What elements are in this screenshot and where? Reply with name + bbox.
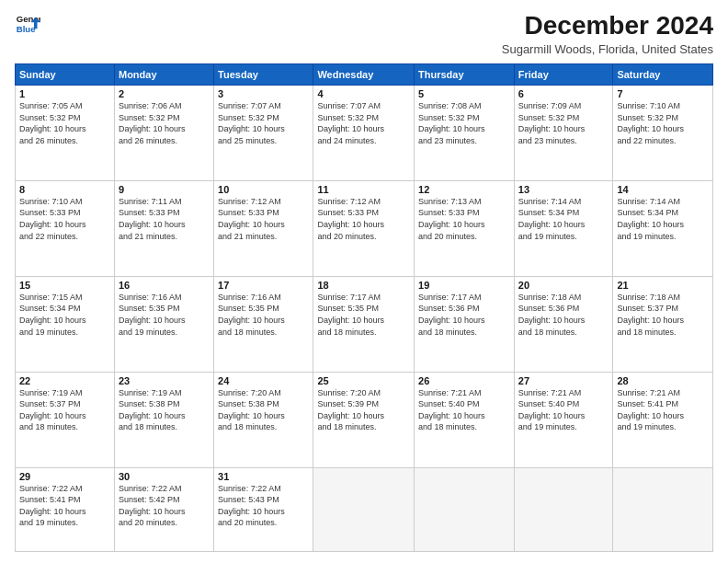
day-detail: Sunrise: 7:16 AMSunset: 5:35 PMDaylight:… <box>218 292 309 338</box>
table-row <box>613 467 713 551</box>
table-row: 5Sunrise: 7:08 AMSunset: 5:32 PMDaylight… <box>415 86 515 181</box>
day-number: 30 <box>119 471 210 482</box>
table-row: 6Sunrise: 7:09 AMSunset: 5:32 PMDaylight… <box>514 86 613 181</box>
day-number: 10 <box>218 184 309 195</box>
col-friday: Friday <box>514 64 613 86</box>
table-row: 26Sunrise: 7:21 AMSunset: 5:40 PMDayligh… <box>415 372 515 467</box>
day-number: 2 <box>119 88 210 99</box>
day-detail: Sunrise: 7:09 AMSunset: 5:32 PMDaylight:… <box>518 100 609 146</box>
day-detail: Sunrise: 7:16 AMSunset: 5:35 PMDaylight:… <box>119 292 210 338</box>
col-monday: Monday <box>114 64 213 86</box>
header: General Blue December 2024 Sugarmill Woo… <box>15 11 713 56</box>
table-row: 30Sunrise: 7:22 AMSunset: 5:42 PMDayligh… <box>114 467 213 551</box>
day-detail: Sunrise: 7:12 AMSunset: 5:33 PMDaylight:… <box>317 196 410 242</box>
day-number: 5 <box>418 88 510 99</box>
day-detail: Sunrise: 7:14 AMSunset: 5:34 PMDaylight:… <box>617 196 709 242</box>
col-thursday: Thursday <box>415 64 515 86</box>
day-number: 3 <box>218 88 309 99</box>
table-row: 22Sunrise: 7:19 AMSunset: 5:37 PMDayligh… <box>16 372 115 467</box>
day-detail: Sunrise: 7:22 AMSunset: 5:42 PMDaylight:… <box>119 483 210 529</box>
month-title: December 2024 <box>502 11 713 40</box>
table-row: 1Sunrise: 7:05 AMSunset: 5:32 PMDaylight… <box>16 86 115 181</box>
header-row: Sunday Monday Tuesday Wednesday Thursday… <box>16 64 713 86</box>
calendar-table: Sunday Monday Tuesday Wednesday Thursday… <box>15 63 713 552</box>
table-row: 23Sunrise: 7:19 AMSunset: 5:38 PMDayligh… <box>114 372 213 467</box>
day-number: 1 <box>19 88 110 99</box>
day-detail: Sunrise: 7:07 AMSunset: 5:32 PMDaylight:… <box>317 100 410 146</box>
svg-text:Blue: Blue <box>17 24 36 34</box>
table-row: 3Sunrise: 7:07 AMSunset: 5:32 PMDaylight… <box>214 86 313 181</box>
table-row: 21Sunrise: 7:18 AMSunset: 5:37 PMDayligh… <box>613 276 713 372</box>
day-number: 12 <box>418 184 510 195</box>
table-row: 10Sunrise: 7:12 AMSunset: 5:33 PMDayligh… <box>214 180 313 276</box>
day-number: 29 <box>19 471 110 482</box>
day-number: 11 <box>317 184 410 195</box>
day-number: 8 <box>19 184 110 195</box>
day-detail: Sunrise: 7:15 AMSunset: 5:34 PMDaylight:… <box>19 292 110 338</box>
table-row: 9Sunrise: 7:11 AMSunset: 5:33 PMDaylight… <box>114 180 213 276</box>
day-detail: Sunrise: 7:14 AMSunset: 5:34 PMDaylight:… <box>518 196 609 242</box>
table-row: 13Sunrise: 7:14 AMSunset: 5:34 PMDayligh… <box>514 180 613 276</box>
day-detail: Sunrise: 7:06 AMSunset: 5:32 PMDaylight:… <box>119 100 210 146</box>
table-row: 31Sunrise: 7:22 AMSunset: 5:43 PMDayligh… <box>214 467 313 551</box>
day-detail: Sunrise: 7:21 AMSunset: 5:40 PMDaylight:… <box>418 387 510 433</box>
table-row: 14Sunrise: 7:14 AMSunset: 5:34 PMDayligh… <box>613 180 713 276</box>
col-saturday: Saturday <box>613 64 713 86</box>
day-number: 16 <box>119 280 210 291</box>
table-row: 25Sunrise: 7:20 AMSunset: 5:39 PMDayligh… <box>313 372 415 467</box>
title-block: December 2024 Sugarmill Woods, Florida, … <box>502 11 713 56</box>
day-detail: Sunrise: 7:22 AMSunset: 5:43 PMDaylight:… <box>218 483 309 529</box>
day-number: 6 <box>518 88 609 99</box>
day-number: 17 <box>218 280 309 291</box>
day-detail: Sunrise: 7:20 AMSunset: 5:39 PMDaylight:… <box>317 387 410 433</box>
day-number: 4 <box>317 88 410 99</box>
table-row <box>313 467 415 551</box>
col-sunday: Sunday <box>16 64 115 86</box>
day-detail: Sunrise: 7:18 AMSunset: 5:37 PMDaylight:… <box>617 292 709 338</box>
table-row: 11Sunrise: 7:12 AMSunset: 5:33 PMDayligh… <box>313 180 415 276</box>
day-number: 25 <box>317 375 410 386</box>
table-row <box>514 467 613 551</box>
day-number: 18 <box>317 280 410 291</box>
table-row: 7Sunrise: 7:10 AMSunset: 5:32 PMDaylight… <box>613 86 713 181</box>
day-number: 23 <box>119 375 210 386</box>
day-number: 28 <box>617 375 709 386</box>
table-row: 2Sunrise: 7:06 AMSunset: 5:32 PMDaylight… <box>114 86 213 181</box>
day-detail: Sunrise: 7:13 AMSunset: 5:33 PMDaylight:… <box>418 196 510 242</box>
day-number: 20 <box>518 280 609 291</box>
day-number: 24 <box>218 375 309 386</box>
day-detail: Sunrise: 7:19 AMSunset: 5:38 PMDaylight:… <box>119 387 210 433</box>
day-number: 27 <box>518 375 609 386</box>
day-number: 19 <box>418 280 510 291</box>
location: Sugarmill Woods, Florida, United States <box>502 42 713 56</box>
day-number: 15 <box>19 280 110 291</box>
day-detail: Sunrise: 7:19 AMSunset: 5:37 PMDaylight:… <box>19 387 110 433</box>
day-detail: Sunrise: 7:17 AMSunset: 5:35 PMDaylight:… <box>317 292 410 338</box>
day-number: 21 <box>617 280 709 291</box>
day-detail: Sunrise: 7:05 AMSunset: 5:32 PMDaylight:… <box>19 100 110 146</box>
day-detail: Sunrise: 7:12 AMSunset: 5:33 PMDaylight:… <box>218 196 309 242</box>
logo-icon: General Blue <box>15 11 40 37</box>
day-detail: Sunrise: 7:20 AMSunset: 5:38 PMDaylight:… <box>218 387 309 433</box>
table-row: 28Sunrise: 7:21 AMSunset: 5:41 PMDayligh… <box>613 372 713 467</box>
day-detail: Sunrise: 7:08 AMSunset: 5:32 PMDaylight:… <box>418 100 510 146</box>
table-row: 18Sunrise: 7:17 AMSunset: 5:35 PMDayligh… <box>313 276 415 372</box>
day-detail: Sunrise: 7:11 AMSunset: 5:33 PMDaylight:… <box>119 196 210 242</box>
logo: General Blue <box>15 11 40 37</box>
day-detail: Sunrise: 7:17 AMSunset: 5:36 PMDaylight:… <box>418 292 510 338</box>
table-row: 27Sunrise: 7:21 AMSunset: 5:40 PMDayligh… <box>514 372 613 467</box>
table-row: 24Sunrise: 7:20 AMSunset: 5:38 PMDayligh… <box>214 372 313 467</box>
table-row <box>415 467 515 551</box>
day-detail: Sunrise: 7:21 AMSunset: 5:40 PMDaylight:… <box>518 387 609 433</box>
table-row: 8Sunrise: 7:10 AMSunset: 5:33 PMDaylight… <box>16 180 115 276</box>
table-row: 20Sunrise: 7:18 AMSunset: 5:36 PMDayligh… <box>514 276 613 372</box>
col-tuesday: Tuesday <box>214 64 313 86</box>
table-row: 15Sunrise: 7:15 AMSunset: 5:34 PMDayligh… <box>16 276 115 372</box>
day-detail: Sunrise: 7:22 AMSunset: 5:41 PMDaylight:… <box>19 483 110 529</box>
day-number: 13 <box>518 184 609 195</box>
col-wednesday: Wednesday <box>313 64 415 86</box>
page: General Blue December 2024 Sugarmill Woo… <box>0 0 728 563</box>
day-number: 9 <box>119 184 210 195</box>
table-row: 16Sunrise: 7:16 AMSunset: 5:35 PMDayligh… <box>114 276 213 372</box>
day-number: 14 <box>617 184 709 195</box>
